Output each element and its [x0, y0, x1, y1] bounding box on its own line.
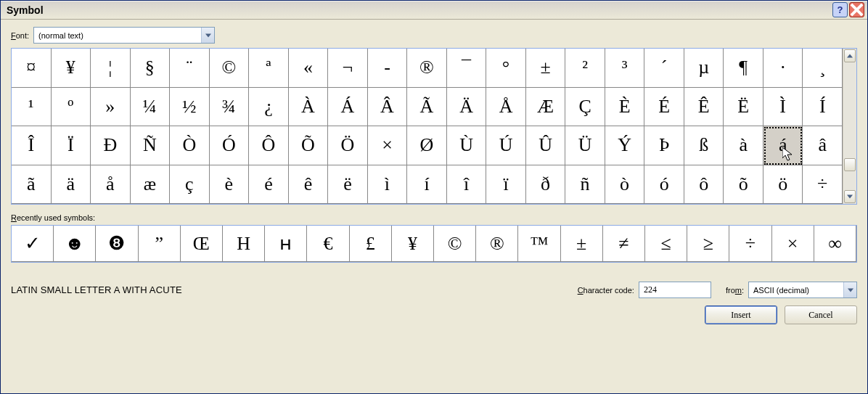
symbol-cell[interactable]: Ü: [565, 126, 605, 165]
symbol-cell[interactable]: Æ: [526, 88, 566, 127]
scroll-down-icon[interactable]: [844, 190, 856, 203]
chevron-down-icon[interactable]: [201, 28, 214, 43]
scroll-track[interactable]: [844, 62, 856, 190]
symbol-cell[interactable]: é: [249, 165, 289, 205]
recent-cell[interactable]: ±: [561, 226, 603, 262]
symbol-cell[interactable]: Ä: [447, 88, 487, 127]
symbol-cell[interactable]: ª: [249, 49, 289, 88]
recent-cell[interactable]: €: [307, 226, 349, 262]
symbol-cell[interactable]: »: [91, 88, 131, 127]
symbol-cell[interactable]: Õ: [289, 126, 329, 165]
symbol-cell[interactable]: ¥: [52, 49, 91, 88]
symbol-cell[interactable]: °: [486, 49, 526, 88]
recent-cell[interactable]: £: [350, 226, 392, 262]
symbol-cell[interactable]: Â: [368, 88, 408, 127]
recent-cell[interactable]: ☻: [54, 226, 96, 262]
recent-cell[interactable]: ≥: [687, 226, 729, 262]
symbol-cell[interactable]: ¾: [210, 88, 250, 127]
symbol-cell[interactable]: º: [52, 88, 91, 127]
symbol-cell[interactable]: Ã: [407, 88, 447, 127]
symbol-cell[interactable]: ¨: [170, 49, 210, 88]
symbol-cell[interactable]: ½: [170, 88, 210, 127]
recent-cell[interactable]: ≤: [645, 226, 687, 262]
symbol-cell[interactable]: Á: [328, 88, 368, 127]
recent-cell[interactable]: ™: [518, 226, 560, 262]
symbol-cell[interactable]: É: [644, 88, 684, 127]
symbol-cell[interactable]: ¹: [12, 88, 52, 127]
recent-cell[interactable]: ×: [772, 226, 814, 262]
symbol-cell[interactable]: Ç: [565, 88, 605, 127]
symbol-cell[interactable]: ê: [289, 165, 329, 205]
symbol-cell[interactable]: õ: [724, 165, 763, 205]
recent-cell[interactable]: ❽: [96, 226, 138, 262]
symbol-cell[interactable]: Ì: [763, 88, 803, 127]
symbol-cell[interactable]: ¬: [328, 49, 368, 88]
symbol-cell[interactable]: æ: [131, 165, 171, 205]
symbol-cell[interactable]: È: [605, 88, 645, 127]
symbol-cell[interactable]: ¦: [91, 49, 131, 88]
symbol-cell[interactable]: è: [210, 165, 250, 205]
cancel-button[interactable]: Cancel: [785, 305, 857, 324]
symbol-cell[interactable]: ó: [644, 165, 684, 205]
recent-cell[interactable]: ¥: [392, 226, 434, 262]
symbol-cell[interactable]: ¼: [131, 88, 171, 127]
symbol-cell[interactable]: §: [131, 49, 171, 88]
symbol-cell[interactable]: å: [91, 165, 131, 205]
symbol-cell[interactable]: à: [724, 126, 763, 165]
symbol-cell[interactable]: ò: [605, 165, 645, 205]
symbol-cell[interactable]: -: [368, 49, 408, 88]
symbol-cell[interactable]: Ó: [210, 126, 250, 165]
symbol-cell[interactable]: ã: [12, 165, 52, 205]
symbol-cell[interactable]: Î: [12, 126, 52, 165]
chevron-down-icon[interactable]: [843, 282, 856, 297]
symbol-cell[interactable]: â: [803, 126, 843, 165]
symbol-cell[interactable]: ±: [526, 49, 566, 88]
symbol-cell[interactable]: ð: [526, 165, 566, 205]
symbol-cell[interactable]: Å: [486, 88, 526, 127]
symbol-cell[interactable]: Ñ: [131, 126, 171, 165]
close-button[interactable]: [849, 2, 864, 17]
recent-cell[interactable]: ∞: [814, 226, 856, 262]
symbol-cell[interactable]: ß: [684, 126, 724, 165]
symbol-cell[interactable]: ì: [368, 165, 408, 205]
recent-cell[interactable]: Œ: [181, 226, 223, 262]
symbol-cell[interactable]: ï: [486, 165, 526, 205]
symbol-cell[interactable]: Ô: [249, 126, 289, 165]
recent-cell[interactable]: ≠: [603, 226, 645, 262]
symbol-cell[interactable]: À: [289, 88, 329, 127]
symbol-cell[interactable]: ¤: [12, 49, 52, 88]
recent-cell[interactable]: ʜ: [265, 226, 307, 262]
recent-cell[interactable]: ®: [476, 226, 518, 262]
symbol-cell[interactable]: Đ: [91, 126, 131, 165]
symbol-cell[interactable]: µ: [684, 49, 724, 88]
symbol-cell[interactable]: ²: [565, 49, 605, 88]
symbol-cell[interactable]: Ø: [407, 126, 447, 165]
recent-cell[interactable]: ÷: [729, 226, 771, 262]
symbol-cell[interactable]: Í: [803, 88, 843, 127]
grid-scrollbar[interactable]: [843, 49, 856, 204]
symbol-cell[interactable]: Þ: [644, 126, 684, 165]
symbol-cell[interactable]: ¿: [249, 88, 289, 127]
symbol-cell[interactable]: ³: [605, 49, 645, 88]
symbol-cell[interactable]: ¶: [724, 49, 763, 88]
symbol-cell[interactable]: ×: [368, 126, 408, 165]
symbol-cell[interactable]: ¯: [447, 49, 487, 88]
recent-cell[interactable]: Н: [223, 226, 265, 262]
symbol-cell[interactable]: Ò: [170, 126, 210, 165]
scroll-thumb[interactable]: [844, 158, 856, 171]
symbol-cell[interactable]: Ö: [328, 126, 368, 165]
scroll-up-icon[interactable]: [844, 49, 856, 62]
symbol-cell[interactable]: ö: [763, 165, 803, 205]
symbol-cell[interactable]: Ë: [724, 88, 763, 127]
symbol-cell[interactable]: ô: [684, 165, 724, 205]
symbol-cell[interactable]: ñ: [565, 165, 605, 205]
symbol-cell[interactable]: ç: [170, 165, 210, 205]
insert-button[interactable]: Insert: [705, 305, 777, 324]
symbol-cell[interactable]: Ê: [684, 88, 724, 127]
symbol-cell[interactable]: Ý: [605, 126, 645, 165]
symbol-cell[interactable]: Ú: [486, 126, 526, 165]
symbol-cell[interactable]: ë: [328, 165, 368, 205]
symbol-cell[interactable]: ¸: [803, 49, 843, 88]
symbol-cell[interactable]: ·: [763, 49, 803, 88]
symbol-cell[interactable]: Û: [526, 126, 566, 165]
